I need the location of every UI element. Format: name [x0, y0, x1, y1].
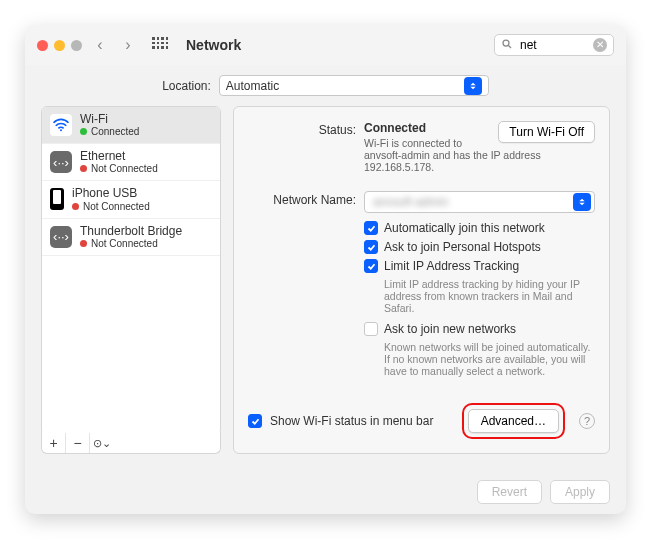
limit-ip-tracking-checkbox[interactable]: Limit IP Address Tracking: [364, 259, 595, 273]
status-dot-icon: [80, 165, 87, 172]
status-label: Status:: [248, 121, 364, 137]
service-item-wifi[interactable]: Wi-Fi Connected: [42, 107, 220, 144]
chevron-updown-icon: [573, 193, 591, 211]
turn-wifi-off-button[interactable]: Turn Wi-Fi Off: [498, 121, 595, 143]
ethernet-icon: ‹··›: [50, 151, 72, 173]
thunderbolt-icon: ‹··›: [50, 226, 72, 248]
service-item-ethernet[interactable]: ‹··› Ethernet Not Connected: [42, 144, 220, 181]
service-name: Thunderbolt Bridge: [80, 225, 182, 238]
sidebar-toolbar: + − ⊙⌄: [41, 432, 221, 454]
status-dot-icon: [80, 128, 87, 135]
svg-line-1: [509, 45, 512, 48]
location-select[interactable]: Automatic: [219, 75, 489, 96]
search-field[interactable]: ✕: [494, 34, 614, 56]
status-dot-icon: [80, 240, 87, 247]
service-name: Wi-Fi: [80, 113, 139, 126]
show-menubar-checkbox[interactable]: [248, 414, 262, 428]
detail-panel: Status: Connected Turn Wi-Fi Off Wi-Fi i…: [233, 106, 610, 454]
iphone-icon: [50, 188, 64, 210]
service-name: Ethernet: [80, 150, 158, 163]
service-actions-menu[interactable]: ⊙⌄: [90, 433, 114, 453]
checkbox-icon: [364, 322, 378, 336]
service-list: Wi-Fi Connected ‹··› Ethernet Not Connec: [41, 106, 221, 436]
service-status: Connected: [80, 126, 139, 137]
service-name: iPhone USB: [72, 187, 150, 200]
window-footer: Revert Apply: [25, 470, 626, 514]
advanced-button[interactable]: Advanced…: [468, 409, 559, 433]
ask-personal-hotspot-checkbox[interactable]: Ask to join Personal Hotspots: [364, 240, 595, 254]
revert-button[interactable]: Revert: [477, 480, 542, 504]
chevron-updown-icon: [464, 77, 482, 95]
status-dot-icon: [72, 203, 79, 210]
limit-ip-hint: Limit IP address tracking by hiding your…: [384, 278, 595, 314]
checkbox-icon: [364, 240, 378, 254]
apply-button[interactable]: Apply: [550, 480, 610, 504]
prefs-window: ‹ › Network ✕ Location: Automatic: [25, 25, 626, 514]
service-item-iphone-usb[interactable]: iPhone USB Not Connected: [42, 181, 220, 218]
auto-join-checkbox[interactable]: Automatically join this network: [364, 221, 595, 235]
show-all-icon[interactable]: [152, 37, 168, 53]
checkbox-icon: [364, 259, 378, 273]
search-icon: [501, 38, 513, 53]
zoom-window-button[interactable]: [71, 40, 82, 51]
show-menubar-label: Show Wi-Fi status in menu bar: [270, 414, 433, 428]
detail-bottom-row: Show Wi-Fi status in menu bar Advanced… …: [248, 395, 595, 439]
remove-service-button[interactable]: −: [66, 433, 90, 453]
ask-new-hint: Known networks will be joined automatica…: [384, 341, 595, 377]
checkbox-icon: [364, 221, 378, 235]
window-controls: [37, 40, 82, 51]
window-title: Network: [186, 37, 486, 53]
network-name-select[interactable]: anvsoft-admin: [364, 191, 595, 213]
titlebar: ‹ › Network ✕: [25, 25, 626, 65]
location-label: Location:: [162, 79, 211, 93]
service-status: Not Connected: [80, 238, 182, 249]
service-item-thunderbolt[interactable]: ‹··› Thunderbolt Bridge Not Connected: [42, 219, 220, 256]
advanced-highlight: Advanced…: [462, 403, 565, 439]
wifi-icon: [50, 114, 72, 136]
location-row: Location: Automatic: [25, 65, 626, 106]
close-window-button[interactable]: [37, 40, 48, 51]
clear-search-button[interactable]: ✕: [593, 38, 607, 52]
svg-point-2: [60, 129, 62, 131]
help-button[interactable]: ?: [579, 413, 595, 429]
minimize-window-button[interactable]: [54, 40, 65, 51]
location-value: Automatic: [226, 79, 279, 93]
service-sidebar: Wi-Fi Connected ‹··› Ethernet Not Connec: [41, 106, 221, 454]
ask-new-networks-checkbox[interactable]: Ask to join new networks: [364, 322, 595, 336]
forward-button[interactable]: ›: [118, 35, 138, 55]
network-name-label: Network Name:: [248, 191, 364, 207]
service-status: Not Connected: [72, 201, 150, 212]
status-value: Connected: [364, 121, 426, 135]
add-service-button[interactable]: +: [42, 433, 66, 453]
service-status: Not Connected: [80, 163, 158, 174]
network-name-value: anvsoft-admin: [373, 195, 448, 209]
svg-point-0: [503, 40, 509, 46]
back-button[interactable]: ‹: [90, 35, 110, 55]
search-input[interactable]: [518, 37, 588, 53]
